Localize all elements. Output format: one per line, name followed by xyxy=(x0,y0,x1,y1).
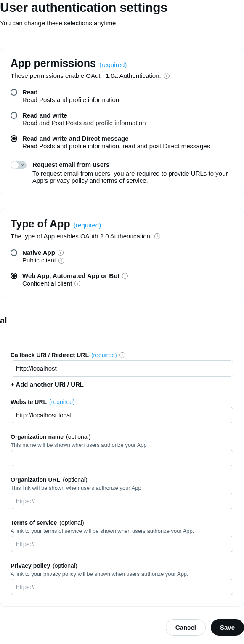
callback-url-input[interactable] xyxy=(11,360,233,377)
type-of-app-title: Type of App xyxy=(11,218,70,230)
request-email-title: Request email from users xyxy=(32,161,233,168)
radio-sublabel: Confidential client i xyxy=(22,280,233,288)
radio-label: Read and write and Direct message xyxy=(22,135,233,142)
radio-label: Read xyxy=(22,88,233,96)
app-permissions-title: App permissions xyxy=(11,57,96,69)
privacy-input[interactable] xyxy=(11,579,233,595)
info-icon[interactable]: i xyxy=(122,273,128,279)
required-badge: (required) xyxy=(74,222,101,229)
permission-radio-group: Read Read Posts and profile information … xyxy=(11,88,233,150)
tos-help: A link to your terms of service will be … xyxy=(11,528,233,534)
radio-sublabel: Read Posts and profile information, read… xyxy=(22,142,233,150)
type-of-app-desc: The type of App enables OAuth 2.0 Authen… xyxy=(11,232,233,240)
info-icon[interactable]: i xyxy=(119,352,125,358)
radio-sublabel: Read Posts and profile information xyxy=(22,96,233,104)
callback-url-label: Callback URI / Redirect URL xyxy=(11,352,89,358)
radio-sublabel: Read and Post Posts and profile informat… xyxy=(22,119,233,127)
section-heading-partial: al xyxy=(0,307,244,330)
type-of-app-card: Type of App (required) The type of App e… xyxy=(0,208,244,299)
radio-icon xyxy=(11,249,17,256)
add-uri-button[interactable]: + Add another URI / URL xyxy=(11,381,84,388)
website-url-input[interactable] xyxy=(11,407,233,423)
website-url-field: Website URL (required) xyxy=(11,398,233,423)
apptype-option-native[interactable]: Native App i Public client i xyxy=(11,249,233,265)
optional-badge: (optional) xyxy=(66,433,90,440)
page-subtitle: You can change these selections anytime. xyxy=(0,19,244,27)
permission-option-read-write[interactable]: Read and write Read and Post Posts and p… xyxy=(11,112,233,127)
app-permissions-card: App permissions (required) These permiss… xyxy=(0,48,244,195)
required-badge: (required) xyxy=(99,61,127,68)
page-title: User authentication settings xyxy=(0,0,244,15)
radio-icon xyxy=(11,273,17,279)
app-info-card: Callback URI / Redirect URL (required) i… xyxy=(0,342,244,607)
org-url-field: Organization URL (optional) This link wi… xyxy=(11,476,233,509)
info-icon[interactable]: i xyxy=(74,281,80,286)
radio-sublabel: Public client i xyxy=(22,257,233,265)
org-url-input[interactable] xyxy=(11,493,233,509)
tos-input[interactable] xyxy=(11,536,233,552)
org-url-help: This link will be shown when users autho… xyxy=(11,485,233,491)
radio-icon xyxy=(11,89,17,96)
request-email-row: ✕ Request email from users To request em… xyxy=(11,161,233,184)
privacy-field: Privacy policy (optional) A link to your… xyxy=(11,562,233,595)
radio-icon xyxy=(11,135,17,142)
website-url-label: Website URL xyxy=(11,398,47,405)
radio-label: Native App i xyxy=(22,249,233,257)
info-icon[interactable]: i xyxy=(154,233,160,239)
privacy-label: Privacy policy xyxy=(11,562,50,569)
radio-icon xyxy=(11,112,17,119)
radio-label: Web App, Automated App or Bot i xyxy=(22,272,233,280)
optional-badge: (optional) xyxy=(63,476,87,483)
required-badge: (required) xyxy=(49,398,75,405)
required-badge: (required) xyxy=(91,352,117,358)
radio-label: Read and write xyxy=(22,112,233,119)
org-name-input[interactable] xyxy=(11,450,233,466)
page-header: User authentication settings You can cha… xyxy=(0,0,244,35)
privacy-help: A link to your privacy policy will be sh… xyxy=(11,571,233,577)
cancel-button[interactable]: Cancel xyxy=(166,619,206,636)
apptype-option-web[interactable]: Web App, Automated App or Bot i Confiden… xyxy=(11,272,233,288)
info-icon[interactable]: i xyxy=(164,73,170,79)
x-icon: ✕ xyxy=(21,163,24,168)
permission-option-read-write-dm[interactable]: Read and write and Direct message Read P… xyxy=(11,135,233,150)
org-name-label: Organization name xyxy=(11,433,64,440)
toggle-knob-icon xyxy=(11,161,19,169)
request-email-desc: To request email from users, you are req… xyxy=(32,170,233,184)
permission-option-read[interactable]: Read Read Posts and profile information xyxy=(11,88,233,104)
request-email-toggle[interactable]: ✕ xyxy=(11,161,27,169)
optional-badge: (optional) xyxy=(53,562,77,569)
save-button[interactable]: Save xyxy=(211,619,244,636)
footer-actions: Cancel Save xyxy=(0,607,244,636)
app-permissions-desc: These permissions enable OAuth 1.0a Auth… xyxy=(11,72,233,79)
callback-url-field: Callback URI / Redirect URL (required) i… xyxy=(11,352,233,388)
optional-badge: (optional) xyxy=(59,519,84,526)
org-name-field: Organization name (optional) This name w… xyxy=(11,433,233,466)
tos-label: Terms of service xyxy=(11,519,57,526)
tos-field: Terms of service (optional) A link to yo… xyxy=(11,519,233,552)
apptype-radio-group: Native App i Public client i Web App, Au… xyxy=(11,249,233,288)
org-name-help: This name will be shown when users autho… xyxy=(11,442,233,448)
info-icon[interactable]: i xyxy=(58,250,64,256)
org-url-label: Organization URL xyxy=(11,476,60,483)
info-icon[interactable]: i xyxy=(58,258,64,264)
